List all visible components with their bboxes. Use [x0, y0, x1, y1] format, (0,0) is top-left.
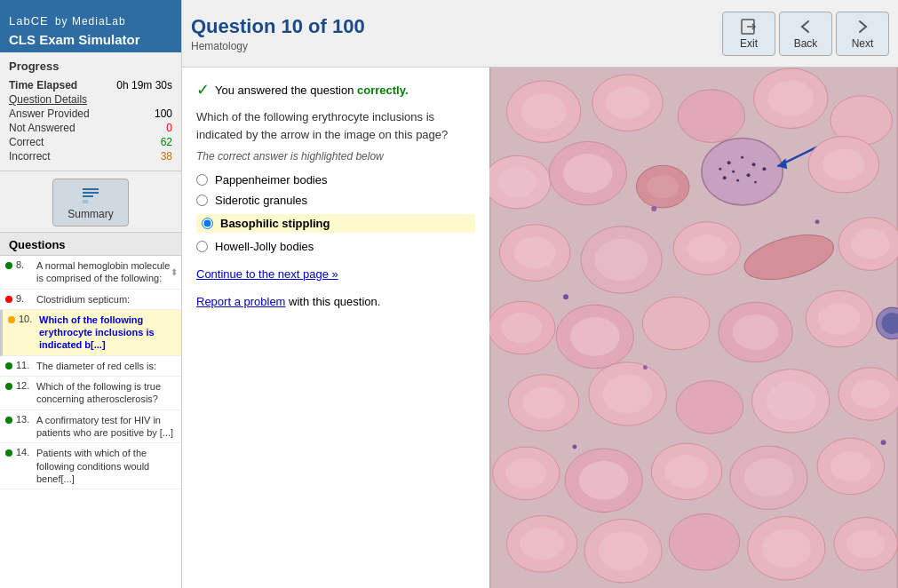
svg-point-29 [762, 167, 766, 171]
incorrect-row: Incorrect 38 [9, 149, 172, 163]
answer-radio[interactable] [196, 195, 208, 206]
svg-point-12 [767, 81, 814, 116]
report-section: Report a problem with this question. [196, 295, 475, 308]
nav-buttons: Exit Back Next [722, 12, 889, 56]
svg-point-59 [676, 381, 743, 434]
report-suffix: with this question. [285, 295, 380, 308]
next-label: Next [852, 37, 874, 50]
summary-label: Summary [68, 208, 113, 220]
question-status-dot [5, 417, 12, 424]
correct-label: Correct [9, 136, 44, 148]
question-list-item[interactable]: 9.Clostridium septicum: [0, 290, 181, 310]
progress-title: Progress [9, 60, 172, 73]
svg-point-45 [501, 313, 542, 343]
answer-option[interactable]: Howell-Jolly bodies [196, 240, 475, 253]
scroll-indicator: ⬍ [171, 267, 178, 277]
question-list-item[interactable]: 11.The diameter of red cells is: [0, 356, 181, 377]
svg-point-23 [752, 163, 756, 166]
svg-point-7 [521, 94, 567, 130]
question-text-snippet: A normal hemoglobin molecule is comprise… [36, 259, 176, 285]
check-icon: ✓ [196, 80, 210, 99]
question-status-dot [5, 262, 12, 269]
next-button[interactable]: Next [836, 12, 889, 56]
answer-provided-value: 100 [155, 107, 172, 120]
answer-radio[interactable] [196, 174, 208, 186]
blood-image-panel [489, 68, 898, 588]
question-list-item[interactable]: 14.Patients with which of the following … [0, 443, 181, 489]
question-details-row[interactable]: Question Details [9, 92, 172, 107]
not-answered-row: Not Answered 0 [9, 121, 172, 135]
svg-point-22 [741, 156, 743, 159]
answer-option[interactable]: Siderotic granules [196, 194, 475, 207]
question-text-snippet: Patients with which of the following con… [36, 447, 176, 485]
main-content: Question 10 of 100 Hematology Exit Back [182, 0, 898, 588]
svg-point-25 [747, 173, 751, 177]
svg-point-10 [678, 90, 744, 143]
questions-list[interactable]: 8.A normal hemoglobin molecule is compri… [0, 256, 181, 588]
question-title-area: Question 10 of 100 Hematology [191, 15, 722, 52]
summary-button[interactable]: Summary [52, 179, 128, 226]
svg-point-78 [669, 514, 739, 571]
top-bar: Question 10 of 100 Hematology Exit Back [182, 0, 898, 68]
svg-point-43 [851, 229, 890, 259]
svg-point-84 [815, 219, 820, 224]
exit-label: Exit [740, 37, 758, 50]
summary-icon [80, 185, 101, 206]
svg-rect-1 [83, 192, 99, 194]
svg-point-71 [744, 458, 794, 497]
svg-point-82 [846, 529, 886, 558]
svg-point-15 [498, 167, 537, 197]
exit-button[interactable]: Exit [722, 12, 775, 56]
svg-point-26 [736, 179, 739, 182]
svg-point-9 [606, 87, 650, 119]
question-status-dot [5, 362, 12, 369]
svg-rect-2 [83, 195, 93, 197]
answer-label: Siderotic granules [215, 194, 307, 207]
not-answered-value: 0 [166, 122, 172, 134]
question-list-item[interactable]: 12.Which of the following is true concer… [0, 377, 181, 410]
content-area: ✓ You answered the question correctly. W… [182, 68, 898, 588]
svg-point-21 [727, 161, 731, 164]
incorrect-label: Incorrect [9, 150, 51, 163]
time-elapsed-label: Time Elapsed [9, 79, 77, 91]
answer-option[interactable]: Pappenheimer bodies [196, 173, 475, 187]
answer-provided-label: Answer Provided [9, 107, 90, 120]
question-list-item[interactable]: 10.Which of the following erythrocyte in… [0, 310, 181, 356]
svg-point-48 [642, 297, 709, 350]
question-number: 11. [16, 360, 34, 370]
svg-point-17 [563, 154, 613, 193]
question-status-dot [8, 316, 15, 323]
svg-point-88 [572, 445, 576, 449]
correct-value: 62 [161, 136, 172, 148]
question-details-label[interactable]: Question Details [9, 93, 87, 106]
svg-point-75 [520, 528, 564, 560]
svg-point-24 [732, 171, 735, 173]
answer-radio[interactable] [196, 241, 208, 252]
svg-point-56 [522, 387, 565, 419]
svg-point-38 [595, 239, 648, 282]
back-label: Back [794, 37, 818, 50]
question-text-snippet: Clostridium septicum: [36, 293, 130, 306]
svg-point-19 [647, 175, 679, 198]
continue-link[interactable]: Continue to the next page » [196, 267, 475, 281]
svg-point-80 [761, 528, 811, 568]
answer-radio[interactable] [202, 218, 213, 229]
svg-point-61 [766, 382, 815, 421]
back-button[interactable]: Back [779, 12, 832, 56]
brand-name: LabCE [9, 14, 49, 28]
question-list-item[interactable]: 8.A normal hemoglobin molecule is compri… [0, 256, 181, 290]
correct-row: Correct 62 [9, 135, 172, 149]
svg-point-34 [823, 148, 865, 180]
svg-point-86 [643, 365, 648, 369]
svg-rect-3 [83, 200, 88, 203]
answer-option[interactable]: Basophilic stippling [196, 214, 475, 233]
not-answered-label: Not Answered [9, 122, 75, 134]
report-link[interactable]: Report a problem [196, 295, 285, 308]
question-list-item[interactable]: 13.A confirmatory test for HIV in patien… [0, 410, 181, 444]
answer-provided-row: Answer Provided 100 [9, 107, 172, 121]
question-text-snippet: Which of the following erythrocyte inclu… [39, 314, 176, 352]
incorrect-value: 38 [161, 150, 172, 163]
svg-point-47 [570, 317, 620, 356]
svg-point-40 [687, 234, 727, 263]
svg-point-65 [505, 458, 546, 489]
